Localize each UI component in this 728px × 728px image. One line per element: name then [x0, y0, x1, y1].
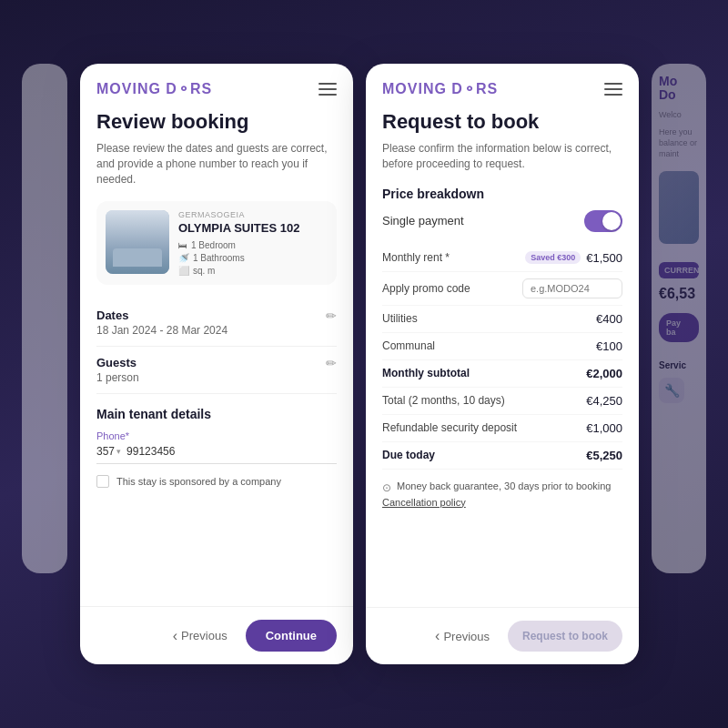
partial-current-badge: CURRENT [659, 262, 699, 278]
utilities-value: €400 [596, 312, 622, 326]
phone-country: 357 ▾ [96, 445, 121, 458]
continue-button[interactable]: Continue [246, 620, 337, 652]
phone-field-label: Phone* [96, 430, 337, 441]
company-checkbox-label: This stay is sponsored by a company [116, 476, 281, 487]
utilities-row: Utilities €400 [382, 306, 622, 333]
property-size: ⬜ sq. m [178, 266, 328, 276]
bedrooms-text: 1 Bedroom [191, 240, 236, 250]
left-logo: MOVING D⚬RS [96, 80, 212, 97]
left-card-title: Review booking [96, 110, 337, 134]
saved-badge: Saved €300 [525, 251, 581, 264]
total-row: Total (2 months, 10 days) €4,250 [382, 388, 622, 415]
security-deposit-row: Refundable security deposit €1,000 [382, 415, 622, 442]
company-checkbox-row[interactable]: This stay is sponsored by a company [96, 475, 337, 488]
right-card-subtitle: Please confirm the information below is … [382, 141, 622, 172]
promo-code-input[interactable] [522, 278, 622, 298]
phone-country-code: 357 [96, 445, 115, 458]
security-deposit-label: Refundable security deposit [382, 421, 517, 434]
property-card: GERMASOGEIA OLYMPIA SUITES 102 🛏 1 Bedro… [96, 201, 337, 285]
partial-welcome: Welco [659, 110, 699, 121]
communal-row: Communal €100 [382, 333, 622, 360]
dates-value: 18 Jan 2024 - 28 Mar 2024 [96, 324, 326, 337]
dates-label: Dates [96, 308, 326, 322]
right-card-footer: Previous Request to book [366, 607, 639, 664]
partial-pay-btn: Pay ba [659, 313, 699, 342]
due-today-row: Due today €5,250 [382, 442, 622, 470]
price-section-title: Price breakdown [382, 187, 622, 201]
review-booking-card: MOVING D⚬RS Review booking Please review… [80, 64, 353, 664]
guests-row: Guests 1 person ✏ [96, 347, 337, 394]
bath-icon: 🚿 [178, 253, 189, 263]
security-deposit-value: €1,000 [586, 421, 622, 435]
right-logo: MOVING D⚬RS [382, 80, 498, 97]
monthly-rent-label: Monthly rent * [382, 251, 450, 264]
cancellation-link[interactable]: Cancellation policy [382, 497, 622, 508]
left-card-footer: Previous Continue [80, 606, 353, 664]
communal-label: Communal [382, 339, 435, 352]
right-card-body: Request to book Please confirm the infor… [366, 106, 639, 607]
phone-number: 99123456 [126, 445, 175, 458]
money-back-row: ⊙ Money back guarantee, 30 days prior to… [382, 480, 622, 494]
utilities-label: Utilities [382, 312, 418, 325]
communal-value: €100 [596, 339, 622, 353]
monthly-rent-value: €1,500 [586, 251, 622, 265]
monthly-rent-row: Monthly rent * Saved €300 €1,500 [382, 245, 622, 272]
guests-info: Guests 1 person [96, 356, 326, 384]
size-text: sq. m [193, 266, 215, 276]
property-info: GERMASOGEIA OLYMPIA SUITES 102 🛏 1 Bedro… [178, 210, 328, 276]
guests-edit-icon[interactable]: ✏ [326, 356, 337, 370]
partial-service-icon: 🔧 [659, 378, 684, 403]
left-previous-button[interactable]: Previous [164, 621, 237, 652]
single-payment-row: Single payment [382, 210, 622, 232]
checkmark-icon: ⊙ [382, 481, 391, 494]
right-previous-button[interactable]: Previous [426, 621, 499, 652]
monthly-subtotal-label: Monthly subtotal [382, 367, 470, 379]
area-icon: ⬜ [178, 266, 189, 276]
right-card-header: MOVING D⚬RS [366, 64, 639, 106]
tenant-section-title: Main tenant details [96, 407, 337, 421]
due-today-value: €5,250 [586, 449, 622, 462]
monthly-rent-right: Saved €300 €1,500 [525, 251, 622, 265]
guests-value: 1 person [96, 371, 326, 384]
dates-row: Dates 18 Jan 2024 - 28 Mar 2024 ✏ [96, 299, 337, 347]
guests-label: Guests [96, 356, 326, 369]
single-payment-label: Single payment [382, 214, 464, 228]
request-to-book-card: MOVING D⚬RS Request to book Please confi… [366, 64, 639, 664]
partial-left-card [22, 64, 67, 573]
dates-info: Dates 18 Jan 2024 - 28 Mar 2024 [96, 308, 326, 337]
left-card-subtitle: Please review the dates and guests are c… [96, 141, 337, 187]
right-card-title: Request to book [382, 110, 622, 134]
property-bedrooms: 🛏 1 Bedroom [178, 240, 328, 250]
bed-icon: 🛏 [178, 240, 187, 250]
property-bathrooms: 🚿 1 Bathrooms [178, 253, 328, 263]
promo-code-label: Apply promo code [382, 282, 470, 295]
partial-body: Here you balance or maint [659, 127, 699, 159]
money-back-text: Money back guarantee, 30 days prior to b… [397, 480, 611, 491]
right-menu-icon[interactable] [604, 83, 622, 96]
partial-logo: Mo Do [659, 75, 699, 103]
property-features: 🛏 1 Bedroom 🚿 1 Bathrooms ⬜ sq. m [178, 240, 328, 276]
single-payment-toggle[interactable] [584, 210, 622, 232]
dates-edit-icon[interactable]: ✏ [326, 308, 337, 323]
toggle-knob [602, 212, 621, 230]
partial-image [659, 171, 699, 244]
phone-input-row[interactable]: 357 ▾ 99123456 [96, 445, 337, 464]
due-today-label: Due today [382, 449, 435, 461]
monthly-subtotal-row: Monthly subtotal €2,000 [382, 360, 622, 388]
monthly-subtotal-value: €2,000 [586, 367, 622, 380]
property-location: GERMASOGEIA [178, 210, 328, 219]
bathrooms-text: 1 Bathrooms [193, 253, 245, 263]
company-checkbox[interactable] [96, 475, 109, 488]
total-label: Total (2 months, 10 days) [382, 394, 505, 407]
left-card-body: Review booking Please review the dates a… [80, 106, 353, 606]
left-menu-icon[interactable] [318, 83, 337, 96]
phone-dropdown-icon[interactable]: ▾ [116, 447, 121, 456]
partial-amount: €6,53 [659, 286, 699, 302]
request-to-book-button[interactable]: Request to book [508, 621, 622, 652]
left-card-header: MOVING D⚬RS [80, 64, 353, 106]
property-image [106, 210, 169, 274]
promo-code-row: Apply promo code [382, 272, 622, 306]
property-name: OLYMPIA SUITES 102 [178, 221, 328, 235]
total-value: €4,250 [586, 394, 622, 408]
partial-service: Servic [659, 360, 699, 370]
